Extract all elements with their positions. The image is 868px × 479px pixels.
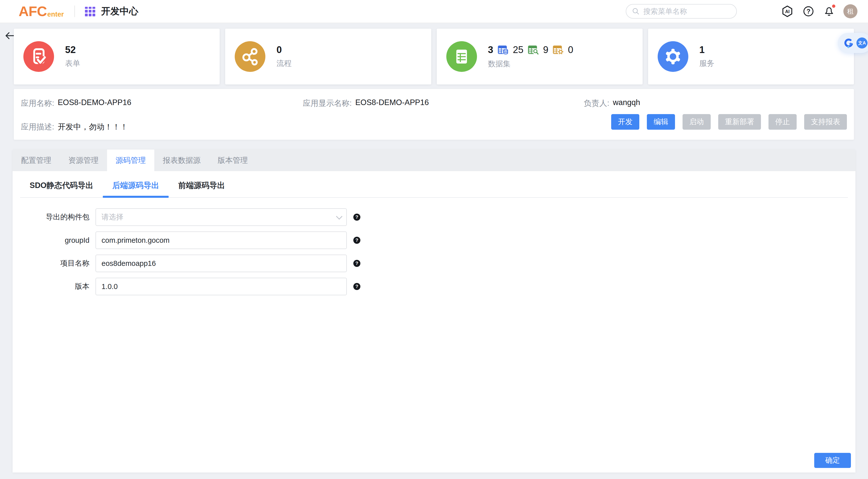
stat-card-forms: 52 表单 (14, 29, 220, 85)
stat-card-flows: 0 流程 (225, 29, 431, 85)
notification-badge (832, 4, 835, 8)
project-name-help-icon[interactable]: ? (353, 260, 360, 267)
menu-search[interactable] (626, 4, 737, 19)
floating-assistant-widget[interactable]: 文A (838, 33, 868, 53)
tab-report-datasource[interactable]: 报表数据源 (154, 150, 209, 171)
app-description-field: 应用描述: 开发中，勿动！！！ (21, 122, 128, 132)
app-owner-label: 负责人: (584, 98, 610, 109)
tab-version-management[interactable]: 版本管理 (209, 150, 256, 171)
subtab-sdo-static-export[interactable]: SDO静态代码导出 (20, 178, 103, 197)
package-select-label: 导出的构件包 (12, 212, 90, 222)
ai-assistant-icon[interactable]: AI (781, 5, 794, 18)
app-name-field: 应用名称: EOS8-DEMO-APP16 (21, 98, 131, 109)
version-field-wrap (95, 278, 347, 295)
subtab-bar: SDO静态代码导出 后端源码导出 前端源码导出 (20, 171, 848, 198)
chevron-down-icon (336, 213, 342, 219)
form-icon (23, 41, 54, 72)
app-info-panel: 应用名称: EOS8-DEMO-APP16 应用显示名称: EOS8-DEMO-… (14, 89, 854, 140)
assistant-logo-icon[interactable] (842, 37, 854, 49)
support-report-button[interactable]: 支持报表 (804, 114, 847, 130)
dataset-counts-row: 3 25 (488, 44, 574, 56)
version-row: 版本 ? (12, 278, 856, 295)
package-select-row: 导出的构件包 请选择 ? (12, 208, 856, 226)
user-avatar[interactable]: 租 (843, 4, 858, 18)
dataset-search-icon (527, 44, 539, 56)
groupid-field-wrap (95, 232, 347, 249)
translate-icon[interactable]: 文A (857, 37, 868, 49)
project-name-field-wrap (95, 255, 347, 272)
develop-button[interactable]: 开发 (611, 114, 639, 130)
package-select-placeholder: 请选择 (101, 212, 336, 222)
app-display-name-value: EOS8-DEMO-APP16 (355, 98, 429, 109)
app-name-label: 应用名称: (21, 98, 54, 109)
groupid-input[interactable] (101, 236, 341, 244)
top-bar: AFC enter 开发中心 AI (0, 0, 868, 23)
app-description-label: 应用描述: (21, 122, 54, 132)
forms-count: 52 (65, 44, 80, 55)
tab-config-management[interactable]: 配置管理 (12, 150, 60, 171)
logo-text-sub: enter (47, 10, 64, 18)
tab-bar: 配置管理 资源管理 源码管理 报表数据源 版本管理 (12, 150, 856, 171)
package-help-icon[interactable]: ? (353, 214, 360, 221)
version-label: 版本 (12, 281, 90, 292)
app-display-name-label: 应用显示名称: (303, 98, 352, 109)
app-owner-field: 负责人: wangqh (584, 98, 640, 109)
groupid-help-icon[interactable]: ? (353, 237, 360, 244)
app-logo: AFC enter (19, 4, 64, 18)
services-count: 1 (700, 44, 714, 55)
project-name-input[interactable] (101, 259, 341, 268)
services-label: 服务 (700, 58, 714, 69)
flows-label: 流程 (276, 58, 291, 69)
dataset-db-icon (497, 44, 509, 56)
main-panel: 配置管理 资源管理 源码管理 报表数据源 版本管理 SDO静态代码导出 后端源码… (12, 150, 856, 473)
groupid-row: groupId ? (12, 232, 856, 249)
stat-cards-row: 52 表单 0 流程 (14, 29, 854, 85)
dataset-label: 数据集 (488, 59, 574, 69)
notifications-bell-icon[interactable] (823, 5, 835, 17)
svg-text:AI: AI (785, 9, 789, 14)
tab-source-management[interactable]: 源码管理 (107, 150, 154, 171)
dataset-count-4: 0 (568, 44, 573, 55)
stop-button[interactable]: 停止 (769, 114, 797, 130)
dataset-gear-icon (552, 44, 564, 56)
service-gear-icon (658, 41, 688, 72)
help-icon[interactable]: ? (803, 5, 814, 17)
subtab-backend-export[interactable]: 后端源码导出 (103, 178, 168, 197)
search-icon (632, 7, 640, 15)
subtab-frontend-export[interactable]: 前端源码导出 (168, 178, 235, 197)
flows-count: 0 (276, 44, 291, 55)
tab-resource-management[interactable]: 资源管理 (60, 150, 107, 171)
dataset-count-3: 9 (543, 44, 548, 55)
svg-text:?: ? (806, 8, 810, 15)
forms-label: 表单 (65, 58, 80, 69)
export-form: 导出的构件包 请选择 ? groupId ? 项目名称 ? 版本 (12, 208, 856, 295)
dataset-icon (446, 41, 477, 72)
app-action-buttons: 开发 编辑 启动 重新部署 停止 支持报表 (611, 114, 847, 130)
groupid-label: groupId (12, 236, 90, 244)
logo-text-main: AFC (19, 4, 47, 18)
edit-button[interactable]: 编辑 (647, 114, 675, 130)
app-name-value: EOS8-DEMO-APP16 (58, 98, 131, 109)
dev-center-grid-icon (85, 5, 96, 17)
search-input[interactable] (643, 7, 738, 16)
flow-icon (235, 41, 266, 72)
dataset-count-2: 25 (513, 44, 524, 55)
page-title: 开发中心 (101, 5, 138, 18)
dataset-count-main: 3 (488, 44, 493, 55)
stat-card-datasets: 3 25 (437, 29, 643, 85)
package-select[interactable]: 请选择 (95, 208, 347, 226)
app-description-value: 开发中，勿动！！！ (58, 122, 128, 132)
project-name-row: 项目名称 ? (12, 255, 856, 272)
version-help-icon[interactable]: ? (353, 283, 360, 290)
redeploy-button[interactable]: 重新部署 (718, 114, 761, 130)
project-name-label: 项目名称 (12, 258, 90, 268)
confirm-button[interactable]: 确定 (814, 453, 851, 468)
app-owner-value: wangqh (613, 98, 640, 109)
logo-divider (74, 5, 75, 17)
start-button[interactable]: 启动 (683, 114, 711, 130)
app-display-name-field: 应用显示名称: EOS8-DEMO-APP16 (303, 98, 429, 109)
stat-card-services: 1 服务 (648, 29, 854, 85)
version-input[interactable] (101, 282, 341, 291)
